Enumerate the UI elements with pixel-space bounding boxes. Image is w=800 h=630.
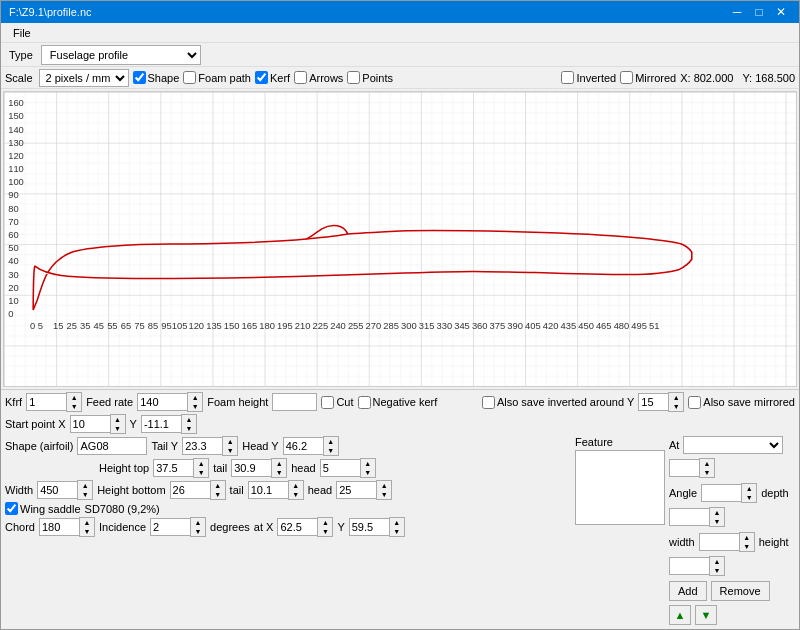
foam-height-input[interactable] [272, 393, 317, 411]
inverted-checkbox[interactable] [561, 71, 574, 84]
tail-y-spin-up[interactable]: ▲ [223, 437, 237, 446]
angle-input[interactable] [701, 484, 741, 502]
feature-width-spinbox: ▲ ▼ [699, 532, 755, 552]
feed-rate-spin-down[interactable]: ▼ [188, 402, 202, 411]
inverted-y-spin-down[interactable]: ▼ [669, 402, 683, 411]
height-top-spin-down[interactable]: ▼ [194, 468, 208, 477]
main-window: F:\Z9.1\profile.nc ─ □ ✕ File Type Fusel… [0, 0, 800, 630]
kerf-checkbox[interactable] [255, 71, 268, 84]
close-button[interactable]: ✕ [771, 3, 791, 21]
at-x-input[interactable] [277, 518, 317, 536]
head2-input[interactable] [336, 481, 376, 499]
tail2-spin-down[interactable]: ▼ [289, 490, 303, 499]
chord-y-spin-down[interactable]: ▼ [390, 527, 404, 536]
height-spin-down[interactable]: ▼ [710, 566, 724, 575]
incidence-spin-down[interactable]: ▼ [191, 527, 205, 536]
also-save-inverted-checkbox[interactable] [482, 396, 495, 409]
shape-airfoil-input[interactable] [77, 437, 147, 455]
at-value-spin-up[interactable]: ▲ [700, 459, 714, 468]
angle-spin-up[interactable]: ▲ [742, 484, 756, 493]
depth-input[interactable] [669, 508, 709, 526]
height-top-spin-up[interactable]: ▲ [194, 459, 208, 468]
neg-kerf-checkbox[interactable] [358, 396, 371, 409]
chord-y-input[interactable] [349, 518, 389, 536]
also-save-mirrored-checkbox[interactable] [688, 396, 701, 409]
inverted-y-input[interactable] [638, 393, 668, 411]
inverted-y-spin-up[interactable]: ▲ [669, 393, 683, 402]
angle-spin-down[interactable]: ▼ [742, 493, 756, 502]
start-y-spin-up[interactable]: ▲ [182, 415, 196, 424]
arrows-checkbox[interactable] [294, 71, 307, 84]
points-checkbox[interactable] [347, 71, 360, 84]
head1-input[interactable] [320, 459, 360, 477]
at-value-input[interactable] [669, 459, 699, 477]
start-x-spin-down[interactable]: ▼ [111, 424, 125, 433]
height-bottom-input[interactable] [170, 481, 210, 499]
file-menu[interactable]: File [5, 25, 39, 41]
chord-y-spin-up[interactable]: ▲ [390, 518, 404, 527]
feature-width-spin-up[interactable]: ▲ [740, 533, 754, 542]
depth-spin-up[interactable]: ▲ [710, 508, 724, 517]
start-x-input[interactable] [70, 415, 110, 433]
remove-button[interactable]: Remove [711, 581, 770, 601]
incidence-input[interactable] [150, 518, 190, 536]
height-input[interactable] [669, 557, 709, 575]
chord-spin-up[interactable]: ▲ [80, 518, 94, 527]
foam-path-checkbox[interactable] [183, 71, 196, 84]
scale-select[interactable]: 2 pixels / mm [39, 69, 129, 87]
feature-width-spin-down[interactable]: ▼ [740, 542, 754, 551]
start-y-spin-down[interactable]: ▼ [182, 424, 196, 433]
tail1-spin-down[interactable]: ▼ [272, 468, 286, 477]
mirrored-checkbox[interactable] [620, 71, 633, 84]
at-value-spin-down[interactable]: ▼ [700, 468, 714, 477]
tail2-input[interactable] [248, 481, 288, 499]
feed-rate-spin-up[interactable]: ▲ [188, 393, 202, 402]
width-input[interactable] [37, 481, 77, 499]
head2-spin-up[interactable]: ▲ [377, 481, 391, 490]
kfrf-spin-down[interactable]: ▼ [67, 402, 81, 411]
start-x-spin-up[interactable]: ▲ [111, 415, 125, 424]
width-spin-down[interactable]: ▼ [78, 490, 92, 499]
minimize-button[interactable]: ─ [727, 3, 747, 21]
type-select[interactable]: Fuselage profile [41, 45, 201, 65]
head1-spin-up[interactable]: ▲ [361, 459, 375, 468]
chord-spin-down[interactable]: ▼ [80, 527, 94, 536]
incidence-spin-up[interactable]: ▲ [191, 518, 205, 527]
kfrf-input[interactable] [26, 393, 66, 411]
chord-row: Chord ▲ ▼ Incidence ▲ ▼ [5, 517, 569, 537]
head-y-spin-down[interactable]: ▼ [324, 446, 338, 455]
move-up-button[interactable]: ▲ [669, 605, 691, 625]
tail1-spin-up[interactable]: ▲ [272, 459, 286, 468]
tail2-spin-up[interactable]: ▲ [289, 481, 303, 490]
head-y-spin-up[interactable]: ▲ [324, 437, 338, 446]
feed-rate-input[interactable] [137, 393, 187, 411]
height-top-input[interactable] [153, 459, 193, 477]
head2-spin-down[interactable]: ▼ [377, 490, 391, 499]
move-down-button[interactable]: ▼ [695, 605, 717, 625]
cut-checkbox[interactable] [321, 396, 334, 409]
tail2-spinbox: ▲ ▼ [248, 480, 304, 500]
add-button[interactable]: Add [669, 581, 707, 601]
kfrf-spin-up[interactable]: ▲ [67, 393, 81, 402]
depth-spin-down[interactable]: ▼ [710, 517, 724, 526]
height-spin-up[interactable]: ▲ [710, 557, 724, 566]
height-bottom-spin-down[interactable]: ▼ [211, 490, 225, 499]
feature-list[interactable] [575, 450, 665, 525]
canvas-area[interactable]: 160 150 140 130 120 110 100 90 80 70 60 … [3, 91, 797, 387]
maximize-button[interactable]: □ [749, 3, 769, 21]
tail1-input[interactable] [231, 459, 271, 477]
wing-saddle-checkbox[interactable] [5, 502, 18, 515]
at-dropdown[interactable] [683, 436, 783, 454]
start-y-input[interactable] [141, 415, 181, 433]
at-x-spin-down[interactable]: ▼ [318, 527, 332, 536]
head-y-input[interactable] [283, 437, 323, 455]
at-x-spin-up[interactable]: ▲ [318, 518, 332, 527]
tail-y-spin-down[interactable]: ▼ [223, 446, 237, 455]
width-spin-up[interactable]: ▲ [78, 481, 92, 490]
height-bottom-spin-up[interactable]: ▲ [211, 481, 225, 490]
chord-input[interactable] [39, 518, 79, 536]
shape-checkbox[interactable] [133, 71, 146, 84]
tail-y-input[interactable] [182, 437, 222, 455]
feature-width-input[interactable] [699, 533, 739, 551]
head1-spin-down[interactable]: ▼ [361, 468, 375, 477]
